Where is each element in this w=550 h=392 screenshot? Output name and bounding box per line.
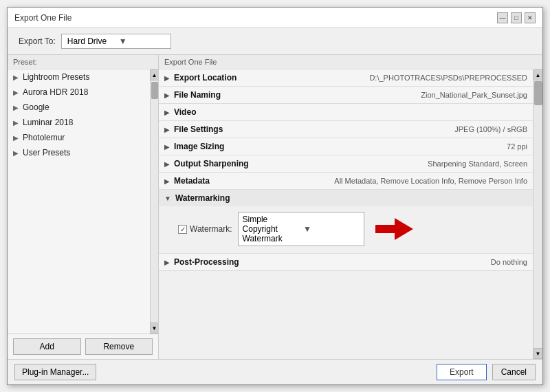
arrow-icon: ▶	[164, 91, 170, 99]
svg-marker-0	[375, 218, 413, 240]
arrow-icon: ▶	[13, 119, 19, 127]
section-label: Post-Processing	[174, 257, 491, 267]
section-video[interactable]: ▶ Video	[159, 104, 533, 121]
scroll-down-button[interactable]: ▼	[150, 323, 159, 334]
watermark-dropdown[interactable]: Simple Copyright Watermark ▼	[238, 212, 365, 246]
preset-label: Preset:	[8, 55, 158, 69]
add-button[interactable]: Add	[13, 338, 81, 355]
section-label: Export Location	[174, 73, 369, 83]
sidebar-footer: Add Remove	[8, 334, 158, 359]
section-metadata[interactable]: ▶ Metadata All Metadata, Remove Location…	[159, 173, 533, 190]
arrow-icon: ▶	[13, 89, 19, 96]
red-arrow-icon	[375, 217, 413, 241]
export-button[interactable]: Export	[437, 364, 487, 380]
section-value: 72 ppi	[507, 142, 527, 151]
sidebar-scrollbar: ▲ ▼	[150, 69, 158, 334]
arrow-icon: ▶	[13, 74, 19, 81]
maximize-button[interactable]: □	[511, 12, 522, 23]
arrow-icon: ▶	[13, 134, 19, 142]
arrow-down-icon: ▼	[164, 195, 171, 202]
watermarking-label: Watermarking	[175, 193, 527, 203]
bottom-bar: Plug-in Manager... Export Cancel	[8, 359, 542, 384]
sidebar-item-label: Photolemur	[23, 133, 65, 142]
sidebar-item-label: Google	[23, 102, 50, 112]
sidebar-item-google[interactable]: ▶ Google	[8, 100, 150, 115]
section-label: Image Sizing	[174, 142, 507, 151]
export-dialog: Export One File — □ ✕ Export To: Hard Dr…	[7, 7, 543, 385]
section-output-sharpening[interactable]: ▶ Output Sharpening Sharpening Standard,…	[159, 155, 533, 173]
export-to-row: Export To: Hard Drive ▼	[8, 28, 542, 54]
sidebar-item-user-presets[interactable]: ▶ User Presets	[8, 145, 150, 160]
main-content: Preset: ▶ Lightroom Presets ▶ Aurora HDR…	[8, 54, 542, 359]
scroll-track	[534, 80, 543, 348]
right-panel: Export One File ▶ Export Location D:\_PH…	[159, 55, 542, 359]
sidebar-item-photolemur[interactable]: ▶ Photolemur	[8, 130, 150, 145]
sidebar-item-label: Lightroom Presets	[23, 72, 89, 82]
arrow-icon: ▶	[164, 160, 170, 168]
section-label: Metadata	[174, 176, 334, 186]
section-label: Video	[174, 107, 527, 117]
section-label: File Naming	[174, 90, 421, 100]
arrow-icon: ▶	[13, 104, 19, 111]
sidebar-scroll-thumb	[151, 82, 158, 99]
section-label: File Settings	[174, 124, 454, 134]
arrow-icon: ▶	[164, 74, 170, 82]
sidebar-item-label: User Presets	[23, 148, 70, 157]
scroll-thumb	[534, 81, 542, 105]
chevron-down-icon: ▼	[303, 224, 360, 234]
close-button[interactable]: ✕	[525, 12, 536, 23]
scroll-up-button[interactable]: ▲	[150, 69, 159, 80]
scroll-down-button[interactable]: ▼	[534, 348, 543, 359]
section-value: All Metadata, Remove Location Info, Remo…	[334, 177, 527, 185]
export-to-value: Hard Drive	[67, 36, 113, 46]
sidebar-item-label: Aurora HDR 2018	[23, 87, 88, 97]
watermarking-header[interactable]: ▼ Watermarking	[159, 190, 533, 206]
watermark-checkbox[interactable]: ✓	[178, 225, 187, 234]
watermarking-content: ✓ Watermark: Simple Copyright Watermark …	[159, 206, 533, 253]
section-label: Output Sharpening	[174, 159, 428, 168]
sidebar-item-lightroom[interactable]: ▶ Lightroom Presets	[8, 69, 150, 85]
scroll-up-button[interactable]: ▲	[534, 69, 543, 80]
sections-wrapper: ▶ Export Location D:\_PHOTOTRACES\PSDs\P…	[159, 69, 542, 359]
arrow-icon: ▶	[164, 126, 170, 133]
section-post-processing[interactable]: ▶ Post-Processing Do nothing	[159, 254, 533, 271]
sections-content: ▶ Export Location D:\_PHOTOTRACES\PSDs\P…	[159, 69, 533, 359]
section-value: Do nothing	[491, 258, 527, 266]
right-panel-header: Export One File	[159, 55, 542, 69]
sidebar: Preset: ▶ Lightroom Presets ▶ Aurora HDR…	[8, 55, 159, 359]
section-image-sizing[interactable]: ▶ Image Sizing 72 ppi	[159, 138, 533, 155]
window-title: Export One File	[14, 13, 72, 23]
window-controls: — □ ✕	[497, 12, 536, 23]
chevron-down-icon: ▼	[119, 36, 165, 46]
watermark-label-text: Watermark:	[190, 224, 232, 234]
export-to-select[interactable]: Hard Drive ▼	[61, 34, 171, 49]
section-file-naming[interactable]: ▶ File Naming Zion_National_Park_Sunset.…	[159, 87, 533, 104]
arrow-icon: ▶	[164, 259, 170, 266]
arrow-icon: ▶	[164, 177, 170, 185]
title-bar: Export One File — □ ✕	[8, 8, 542, 28]
section-file-settings[interactable]: ▶ File Settings JPEG (100%) / sRGB	[159, 121, 533, 138]
section-watermarking: ▼ Watermarking ✓ Watermark: Simple Copyr…	[159, 190, 533, 254]
remove-button[interactable]: Remove	[85, 338, 153, 355]
arrow-icon: ▶	[13, 149, 19, 157]
sidebar-list: ▶ Lightroom Presets ▶ Aurora HDR 2018 ▶ …	[8, 69, 150, 334]
sidebar-item-label: Luminar 2018	[23, 118, 73, 127]
arrow-icon: ▶	[164, 109, 170, 116]
sidebar-scroll-track	[151, 80, 159, 323]
plugin-manager-button[interactable]: Plug-in Manager...	[14, 364, 96, 380]
sidebar-item-aurora[interactable]: ▶ Aurora HDR 2018	[8, 85, 150, 100]
section-export-location[interactable]: ▶ Export Location D:\_PHOTOTRACES\PSDs\P…	[159, 69, 533, 87]
cancel-button[interactable]: Cancel	[492, 364, 536, 380]
arrow-icon: ▶	[164, 143, 170, 151]
sidebar-inner: ▶ Lightroom Presets ▶ Aurora HDR 2018 ▶ …	[8, 69, 158, 334]
sidebar-item-luminar[interactable]: ▶ Luminar 2018	[8, 115, 150, 130]
section-value: Zion_National_Park_Sunset.jpg	[421, 91, 527, 99]
section-value: JPEG (100%) / sRGB	[454, 125, 527, 133]
watermark-checkbox-label: ✓ Watermark:	[178, 224, 232, 234]
minimize-button[interactable]: —	[497, 12, 508, 23]
export-to-label: Export To:	[19, 36, 56, 46]
section-value: D:\_PHOTOTRACES\PSDs\PREPROCESSED	[369, 74, 527, 82]
right-scrollbar: ▲ ▼	[533, 69, 542, 359]
section-value: Sharpening Standard, Screen	[428, 160, 527, 168]
watermark-dropdown-value: Simple Copyright Watermark	[243, 215, 299, 243]
